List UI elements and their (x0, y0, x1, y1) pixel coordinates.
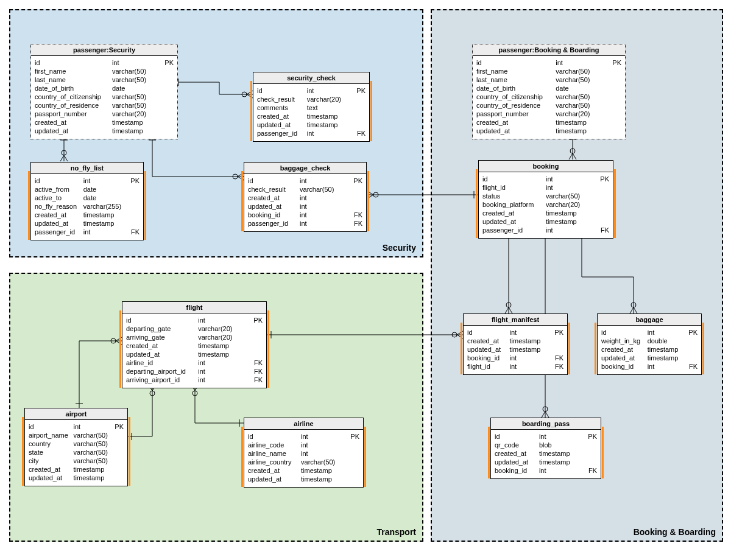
entity-no-fly-list: no_fly_list idintPKactive_fromdateactive… (30, 162, 144, 240)
entity-columns: idintPKcheck_resultvarchar(20)commentste… (253, 84, 369, 141)
entity-columns: idintPKairline_codeintairline_nameintair… (244, 430, 363, 487)
entity-columns: idintPKcreated_attimestampupdated_attime… (464, 326, 567, 374)
entity-columns: idintPKairport_namevarchar(50)countryvar… (25, 420, 127, 486)
entity-title: baggage_check (244, 163, 366, 174)
entity-title: flight_manifest (464, 314, 567, 326)
region-label-security: Security (383, 243, 416, 253)
region-label-booking: Booking & Boarding (634, 527, 716, 537)
entity-columns: idintPKactive_fromdateactive_todateno_fl… (31, 174, 143, 240)
entity-baggage-check: baggage_check idintPKcheck_resultvarchar… (244, 162, 367, 232)
entity-title: no_fly_list (31, 163, 143, 174)
entity-security-check: security_check idintPKcheck_resultvarcha… (253, 72, 370, 142)
entity-columns: idintPKcheck_resultvarchar(50)created_at… (244, 174, 366, 231)
entity-title: boarding_pass (491, 418, 601, 430)
entity-airline: airline idintPKairline_codeintairline_na… (244, 418, 364, 488)
entity-columns: idintPKdeparting_gatevarchar(20)arriving… (122, 313, 266, 388)
entity-passenger-security: passenger:Security idintPKfirst_namevarc… (30, 44, 178, 139)
entity-passenger-booking: passenger:Booking & Boarding idintPKfirs… (472, 44, 626, 139)
region-label-transport: Transport (376, 527, 416, 537)
entity-title: airport (25, 408, 127, 420)
entity-booking: booking idintPKflight_idintstatusvarchar… (478, 160, 613, 239)
entity-title: flight (122, 302, 266, 313)
entity-columns: idintPKflight_idintstatusvarchar(50)book… (479, 172, 613, 238)
entity-flight: flight idintPKdeparting_gatevarchar(20)a… (122, 301, 267, 388)
entity-columns: idintPKweight_in_kgdoublecreated_attimes… (598, 326, 701, 374)
entity-flight-manifest: flight_manifest idintPKcreated_attimesta… (463, 313, 568, 375)
entity-columns: idintPKfirst_namevarchar(50)last_namevar… (473, 56, 625, 139)
entity-boarding-pass: boarding_pass idintPKqr_codeblobcreated_… (490, 418, 601, 479)
entity-title: airline (244, 418, 363, 430)
entity-columns: idintPKqr_codeblobcreated_attimestampupd… (491, 430, 601, 478)
entity-title: security_check (253, 72, 369, 84)
entity-title: booking (479, 161, 613, 172)
entity-columns: idintPKfirst_namevarchar(50)last_namevar… (31, 56, 177, 139)
entity-title: baggage (598, 314, 701, 326)
entity-title: passenger:Booking & Boarding (473, 44, 625, 56)
entity-baggage: baggage idintPKweight_in_kgdoublecreated… (597, 313, 702, 375)
entity-airport: airport idintPKairport_namevarchar(50)co… (24, 408, 128, 486)
er-diagram: Security Transport Booking & Boarding (0, 0, 731, 560)
entity-title: passenger:Security (31, 44, 177, 56)
